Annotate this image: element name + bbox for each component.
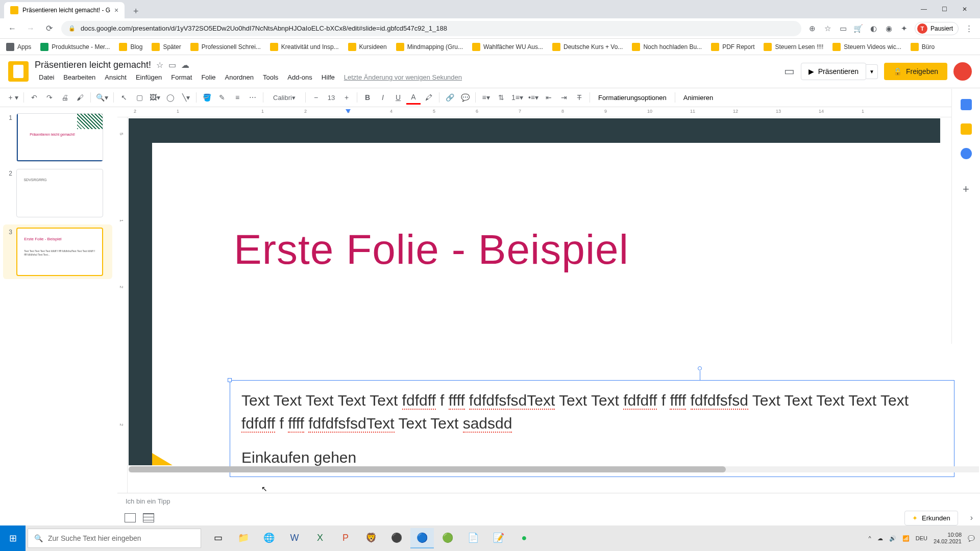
menu-einfuegen[interactable]: Einfügen bbox=[132, 71, 166, 83]
bookmark-item[interactable]: Mindmapping (Gru... bbox=[396, 43, 463, 51]
expand-icon[interactable]: › bbox=[970, 513, 973, 522]
url-bar[interactable]: 🔒 docs.google.com/presentation/d/1yV372S… bbox=[61, 21, 801, 36]
format-options-button[interactable]: Formatierungsoptionen bbox=[593, 94, 672, 102]
new-slide-button[interactable]: + ▾ bbox=[6, 90, 20, 105]
explore-button[interactable]: ✦ Erkunden bbox=[904, 511, 958, 525]
slide-title-text[interactable]: Erste Folie - Beispiel bbox=[234, 226, 629, 273]
line-spacing-button[interactable]: ⇅ bbox=[494, 90, 508, 105]
slide-canvas[interactable]: Erste Folie - Beispiel Text Text Text Te… bbox=[128, 117, 980, 493]
menu-ansicht[interactable]: Ansicht bbox=[101, 71, 131, 83]
clear-format-button[interactable]: T bbox=[572, 90, 586, 105]
underline-button[interactable]: U bbox=[391, 90, 405, 105]
rotate-handle-icon[interactable] bbox=[698, 366, 702, 370]
zoom-button[interactable]: 🔍▾ bbox=[94, 90, 110, 105]
slide-thumbnail-2[interactable]: SDVSRGRRG bbox=[16, 169, 103, 217]
powerpoint-icon[interactable]: P bbox=[334, 528, 357, 548]
forward-icon[interactable]: → bbox=[24, 22, 37, 35]
star-icon[interactable]: ☆ bbox=[156, 60, 163, 70]
menu-icon[interactable]: ⋮ bbox=[964, 23, 974, 34]
bookmark-item[interactable]: PDF Report bbox=[711, 43, 754, 51]
close-icon[interactable]: × bbox=[114, 6, 118, 14]
textbox-tool[interactable]: ▢ bbox=[132, 90, 146, 105]
incognito-icon[interactable]: ◐ bbox=[869, 23, 879, 34]
bookmark-item[interactable]: Kreativität und Insp... bbox=[270, 43, 339, 51]
image-tool[interactable]: 🖼▾ bbox=[148, 90, 162, 105]
text-color-button[interactable]: A bbox=[406, 90, 421, 105]
camera-icon[interactable]: ◉ bbox=[884, 23, 894, 34]
notepad-icon[interactable]: 📝 bbox=[487, 528, 510, 548]
numbered-list-button[interactable]: 1≡▾ bbox=[509, 90, 525, 105]
excel-icon[interactable]: X bbox=[308, 528, 332, 548]
shape-tool[interactable]: ◯ bbox=[163, 90, 178, 105]
reader-icon[interactable]: ▭ bbox=[838, 23, 848, 34]
tasks-icon[interactable] bbox=[961, 148, 972, 159]
extensions-icon[interactable]: ✦ bbox=[899, 23, 910, 34]
link-button[interactable]: 🔗 bbox=[443, 90, 457, 105]
horizontal-scrollbar[interactable] bbox=[129, 466, 979, 472]
menu-anordnen[interactable]: Anordnen bbox=[221, 71, 258, 83]
onedrive-icon[interactable]: ☁ bbox=[877, 535, 883, 542]
grid-view-button[interactable] bbox=[143, 513, 154, 522]
maximize-icon[interactable]: ☐ bbox=[937, 4, 951, 14]
cloud-icon[interactable]: ☁ bbox=[181, 60, 189, 70]
slide-thumbnail-1[interactable]: Präsentieren leicht gemacht! bbox=[16, 113, 103, 162]
bold-button[interactable]: B bbox=[360, 90, 375, 105]
speaker-notes[interactable]: Ich bin ein Tipp bbox=[117, 493, 980, 510]
brave-icon[interactable]: 🦁 bbox=[359, 528, 383, 548]
spotify-icon[interactable]: ● bbox=[512, 528, 536, 548]
bookmark-item[interactable]: Steuern Lesen !!!! bbox=[764, 43, 823, 51]
align-button[interactable]: ≡▾ bbox=[479, 90, 493, 105]
italic-button[interactable]: I bbox=[376, 90, 390, 105]
close-window-icon[interactable]: ✕ bbox=[958, 4, 972, 14]
language-indicator[interactable]: DEU bbox=[916, 535, 927, 541]
border-weight-button[interactable]: ≡ bbox=[230, 90, 244, 105]
select-tool[interactable]: ↖ bbox=[117, 90, 131, 105]
redo-button[interactable]: ↷ bbox=[42, 90, 57, 105]
thumbnail-row[interactable]: 2 SDVSRGRRG bbox=[5, 169, 112, 217]
bookmark-item[interactable]: Professionell Schrei... bbox=[190, 43, 261, 51]
slide-thumbnail-3[interactable]: Erste Folie - Beispiel Text Text Text Te… bbox=[16, 228, 103, 276]
add-addon-icon[interactable]: + bbox=[963, 183, 969, 196]
menu-folie[interactable]: Folie bbox=[197, 71, 219, 83]
filmstrip-view-button[interactable] bbox=[125, 513, 136, 522]
bookmark-item[interactable]: Produktsuche - Mer... bbox=[40, 43, 110, 51]
body-text-line1[interactable]: Text Text Text Text Text fdfdff f ffff f… bbox=[241, 389, 943, 435]
bulleted-list-button[interactable]: •≡▾ bbox=[526, 90, 541, 105]
bookmark-item[interactable]: Blog bbox=[119, 43, 142, 51]
bookmark-item[interactable]: Wahlfächer WU Aus... bbox=[472, 43, 543, 51]
new-tab-button[interactable]: + bbox=[129, 4, 143, 18]
scrollbar-thumb[interactable] bbox=[129, 466, 726, 472]
line-tool[interactable]: ╲▾ bbox=[179, 90, 193, 105]
horizontal-ruler[interactable]: 2 1 1 2 3 4 5 6 7 8 9 10 11 12 13 14 1 bbox=[117, 107, 980, 117]
task-view-icon[interactable]: ▭ bbox=[206, 528, 230, 548]
thumbnail-row-selected[interactable]: 3 Erste Folie - Beispiel Text Text Text … bbox=[3, 224, 112, 279]
browser-tab[interactable]: Präsentieren leicht gemacht! - G × bbox=[4, 2, 125, 18]
obs-icon[interactable]: ⚫ bbox=[385, 528, 408, 548]
bookmark-item[interactable]: Deutsche Kurs + Vo... bbox=[552, 43, 623, 51]
menu-hilfe[interactable]: Hilfe bbox=[317, 71, 339, 83]
edge2-icon[interactable]: 🟢 bbox=[436, 528, 459, 548]
font-size-increase[interactable]: + bbox=[339, 90, 354, 105]
font-size-input[interactable]: 13 bbox=[324, 90, 338, 105]
cart-icon[interactable]: 🛒 bbox=[853, 23, 864, 34]
indent-decrease-button[interactable]: ⇤ bbox=[542, 90, 556, 105]
present-dropdown[interactable]: ▼ bbox=[866, 64, 878, 79]
border-dash-button[interactable]: ⋯ bbox=[246, 90, 260, 105]
highlight-button[interactable]: 🖍 bbox=[422, 90, 436, 105]
print-button[interactable]: 🖨 bbox=[58, 90, 72, 105]
last-edit-link[interactable]: Letzte Änderung vor wenigen Sekunden bbox=[340, 71, 466, 83]
reload-icon[interactable]: ⟳ bbox=[43, 22, 55, 35]
paint-format-button[interactable]: 🖌 bbox=[73, 90, 87, 105]
font-select[interactable]: Calibri ▾ bbox=[266, 90, 302, 105]
chrome-icon[interactable]: 🔵 bbox=[410, 528, 434, 548]
menu-tools[interactable]: Tools bbox=[259, 71, 282, 83]
zoom-icon[interactable]: ⊕ bbox=[807, 23, 818, 34]
comments-icon[interactable]: ▭ bbox=[784, 65, 795, 78]
bookmark-item[interactable]: Kursideen bbox=[348, 43, 387, 51]
bookmark-item[interactable]: Später bbox=[152, 43, 181, 51]
fill-color-button[interactable]: 🪣 bbox=[200, 90, 214, 105]
menu-format[interactable]: Format bbox=[167, 71, 196, 83]
font-size-decrease[interactable]: − bbox=[309, 90, 323, 105]
slides-logo-icon[interactable] bbox=[8, 61, 29, 82]
body-textbox[interactable]: Text Text Text Text Text fdfdff f ffff f… bbox=[230, 380, 954, 477]
